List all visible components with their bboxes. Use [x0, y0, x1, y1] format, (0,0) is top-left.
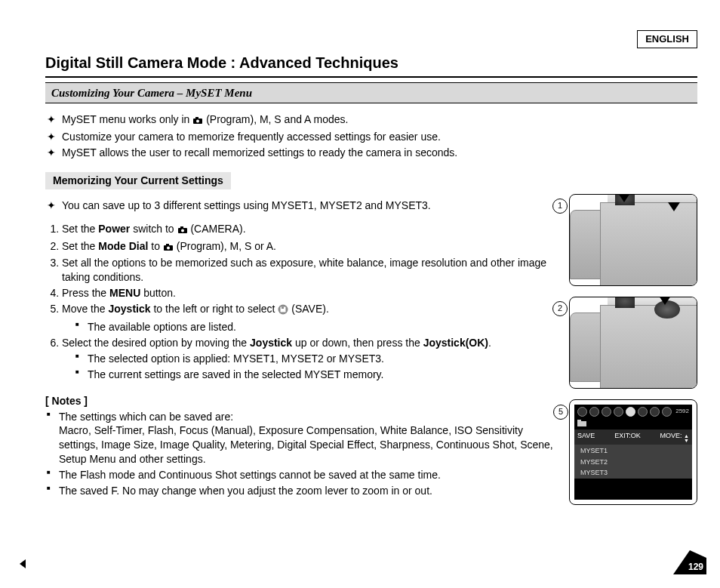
title-rule	[45, 76, 697, 78]
t: Mode Dial	[98, 240, 148, 252]
svg-point-2	[196, 120, 199, 123]
steps-list: Set the Power switch to (CAMERA). Set th…	[45, 222, 555, 382]
t: button.	[140, 287, 176, 299]
illus-number-1: 1	[552, 199, 568, 214]
lcd-menu: MYSET1 MYSET2 MYSET3	[574, 445, 692, 478]
step-2: Set the Mode Dial to (Program), M, S or …	[62, 239, 555, 255]
body-text-column: MySET menu works only in (Program), M, S…	[45, 111, 555, 505]
intro-item: MySET menu works only in (Program), M, S…	[62, 112, 555, 128]
step-1: Set the Power switch to (CAMERA).	[62, 222, 555, 238]
note-1: The settings which can be saved are: Mac…	[59, 410, 555, 467]
svg-rect-7	[166, 244, 169, 246]
page-number: 129	[688, 561, 703, 573]
folder-icon	[577, 420, 586, 428]
lcd-resolution: 2592	[675, 408, 689, 416]
t: (CAMERA).	[190, 223, 245, 235]
t: Move the	[62, 303, 108, 315]
t: Press the	[62, 287, 109, 299]
lcd-exit-label: EXIT:OK	[614, 431, 641, 443]
step-5-sub: The available options are listed.	[88, 320, 555, 334]
lcd-save-label: SAVE	[577, 431, 595, 443]
t: Joystick(OK)	[423, 337, 488, 349]
step-6-sub: The current settings are saved in the se…	[88, 368, 555, 382]
t: switch to	[130, 223, 177, 235]
notes-list: The settings which can be saved are: Mac…	[45, 410, 555, 498]
note-3: The saved F. No may change when you adju…	[59, 484, 555, 498]
t: Joystick	[250, 337, 292, 349]
svg-point-8	[167, 246, 170, 249]
memo-bullet-list: You can save up to 3 different settings …	[45, 199, 555, 213]
t: up or down, then press the	[292, 337, 423, 349]
illus-number-5: 5	[553, 405, 568, 420]
lcd-move-label: MOVE: ▲▼	[660, 431, 689, 443]
t: MENU	[109, 287, 140, 299]
camera-illustration-1	[569, 194, 697, 286]
notes-heading: [ Notes ]	[45, 394, 555, 408]
svg-rect-13	[577, 420, 581, 422]
step-4: Press the MENU button.	[62, 286, 555, 300]
intro-list: MySET menu works only in (Program), M, S…	[45, 112, 555, 160]
lcd-menu-item: MYSET3	[574, 467, 692, 478]
save-disk-icon	[278, 304, 288, 319]
page-title: Digital Still Camera Mode : Advanced Tec…	[45, 53, 697, 73]
intro-item: Customize your camera to memorize freque…	[62, 130, 555, 144]
camera-icon	[163, 241, 174, 255]
page-number-badge: 129	[673, 550, 706, 574]
illustration-column: 1 2 5	[569, 194, 697, 505]
svg-point-5	[181, 229, 184, 232]
prev-page-arrow-icon	[20, 559, 26, 568]
t: .	[488, 337, 491, 349]
illus-number-2: 2	[552, 301, 568, 316]
t: The settings which can be saved are:	[59, 411, 233, 423]
svg-rect-1	[195, 117, 198, 119]
camera-illustration-2	[569, 297, 697, 389]
t: Power	[98, 223, 130, 235]
save-disk-icon	[626, 407, 635, 417]
intro-item-cont: MySET allows the user to recall memorize…	[62, 146, 555, 160]
section-subtitle: Customizing Your Camera – MySET Menu	[45, 82, 697, 103]
lcd-illustration: 5 2592 SAVE EXIT:OK MOVE: ▲▼	[569, 399, 697, 505]
memo-bullet: You can save up to 3 different settings …	[62, 199, 555, 213]
t: Set the	[62, 240, 98, 252]
lcd-menu-item: MYSET1	[574, 445, 692, 456]
text: (Program), M, S and A modes.	[206, 113, 348, 125]
note-2: The Flash mode and Continuous Shot setti…	[59, 468, 555, 482]
step-3: Set all the options to be memorized such…	[62, 256, 555, 285]
step-6-sub: The selected option is applied: MYSET1, …	[88, 352, 555, 366]
updown-arrows-icon: ▲▼	[684, 434, 689, 443]
t: (SAVE).	[291, 303, 329, 315]
t: (Program), M, S or A.	[177, 240, 276, 252]
t: Select the desired option by moving the	[62, 337, 250, 349]
t: Set the	[62, 223, 98, 235]
lcd-top-icons	[577, 407, 672, 417]
svg-rect-12	[577, 421, 586, 426]
camera-icon	[192, 114, 203, 128]
step-5: Move the Joystick to the left or right t…	[62, 302, 555, 334]
t: Joystick	[108, 303, 150, 315]
t: Macro, Self-Timer, Flash, Focus (Manual)…	[59, 424, 553, 465]
svg-rect-11	[282, 307, 284, 309]
t: to the left or right to select	[151, 303, 278, 315]
svg-rect-4	[180, 226, 183, 229]
t: to	[148, 240, 162, 252]
memorizing-heading: Memorizing Your Current Settings	[45, 172, 231, 189]
camera-icon	[177, 223, 188, 238]
language-badge: ENGLISH	[637, 30, 697, 48]
step-6: Select the desired option by moving the …	[62, 336, 555, 382]
manual-page: ENGLISH Digital Still Camera Mode : Adva…	[0, 0, 720, 588]
lcd-menu-item: MYSET2	[574, 457, 692, 467]
text: MySET menu works only in	[62, 113, 192, 125]
